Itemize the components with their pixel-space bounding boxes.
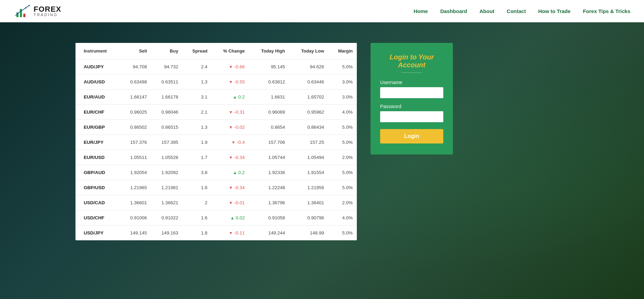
change-arrow-icon: ▼ [229,155,233,160]
cell-change: ▼ -0.4 [212,135,249,150]
col-spread: Spread [182,43,211,59]
change-arrow-icon: ▼ [229,231,233,235]
cell-instrument: USD/CHF [75,210,120,226]
cell-low: 1.05494 [289,150,328,165]
cell-buy: 1.36621 [151,195,182,210]
cell-high: 149.244 [249,226,289,241]
cell-margin: 5.0% [328,180,357,195]
change-arrow-icon: ▼ [229,110,233,115]
cell-buy: 1.92092 [151,165,182,180]
logo-forex-text: FOREX [34,5,61,13]
nav-how-to-trade[interactable]: How to Trade [538,8,571,14]
cell-change: ▼ -0.11 [212,226,249,241]
cell-instrument: USD/JPY [75,226,120,241]
col-sell: Sell [120,43,151,59]
col-low: Today Low [289,43,328,59]
nav-contact[interactable]: Contact [507,8,526,14]
cell-buy: 0.86515 [151,120,182,135]
table-row: AUD/JPY 94.708 94.732 2.4 ▼ -0.66 95.145… [75,59,357,74]
logo-text: FOREX TRADING [34,5,61,17]
cell-buy: 94.732 [151,59,182,74]
cell-change: ▼ -0.01 [212,195,249,210]
cell-margin: 4.0% [328,105,357,120]
cell-buy: 1.21981 [151,180,182,195]
cell-high: 157.706 [249,135,289,150]
cell-sell: 0.91006 [120,210,151,226]
cell-spread: 1.3 [182,74,211,90]
cell-high: 1.6631 [249,90,289,105]
change-value: -0.55 [234,79,245,84]
forex-table: Instrument Sell Buy Spread % Change Toda… [75,43,357,240]
cell-high: 1.05744 [249,150,289,165]
cell-change: ▲ 0.02 [212,210,249,226]
cell-margin: 5.0% [328,226,357,241]
cell-low: 148.99 [289,226,328,241]
cell-spread: 2.1 [182,105,211,120]
cell-high: 0.91058 [249,210,289,226]
change-arrow-icon: ▲ [233,170,237,175]
svg-point-5 [28,5,30,6]
change-value: -0.01 [234,200,245,205]
nav-about[interactable]: About [480,8,494,14]
change-arrow-icon: ▼ [229,65,233,69]
col-margin: Margin [328,43,357,59]
page-background: Instrument Sell Buy Spread % Change Toda… [0,22,644,299]
cell-low: 0.90796 [289,210,328,226]
cell-spread: 2.4 [182,59,211,74]
cell-sell: 1.21965 [120,180,151,195]
cell-buy: 0.96046 [151,105,182,120]
cell-spread: 1.6 [182,210,211,226]
col-instrument: Instrument [75,43,120,59]
cell-buy: 149.163 [151,226,182,241]
svg-rect-0 [14,3,31,20]
username-label: Username [380,80,443,85]
change-arrow-icon: ▲ [230,216,234,220]
login-button[interactable]: Login [380,129,443,143]
table-row: EUR/AUD 1.66147 1.66178 3.1 ▲ 0.2 1.6631… [75,90,357,105]
forex-table-card: Instrument Sell Buy Spread % Change Toda… [75,43,357,240]
cell-low: 1.65702 [289,90,328,105]
logo-trading-text: TRADING [34,13,61,17]
password-input[interactable] [380,111,443,122]
cell-spread: 1.9 [182,135,211,150]
cell-change: ▼ -0.55 [212,74,249,90]
cell-margin: 3.0% [328,74,357,90]
table-row: EUR/GBP 0.86502 0.86515 1.3 ▼ -0.02 0.86… [75,120,357,135]
change-arrow-icon: ▲ [233,95,237,100]
cell-high: 0.8654 [249,120,289,135]
table-header-row: Instrument Sell Buy Spread % Change Toda… [75,43,357,59]
cell-buy: 1.66178 [151,90,182,105]
logo-icon [14,3,31,20]
password-label: Password [380,104,443,109]
nav-dashboard[interactable]: Dashboard [440,8,467,14]
cell-sell: 94.708 [120,59,151,74]
cell-low: 157.25 [289,135,328,150]
login-card: Login to Your Account Username Password … [371,43,453,154]
table-row: AUD/USD 0.63498 0.63511 1.3 ▼ -0.55 0.63… [75,74,357,90]
cell-change: ▼ -0.34 [212,150,249,165]
cell-spread: 2 [182,195,211,210]
nav-tips[interactable]: Forex Tips & Tricks [583,8,630,14]
nav-home[interactable]: Home [413,8,428,14]
change-value: -0.34 [234,185,245,190]
table-row: EUR/JPY 157.376 157.395 1.9 ▼ -0.4 157.7… [75,135,357,150]
username-input[interactable] [380,87,443,98]
svg-rect-2 [20,9,22,17]
change-value: 0.2 [238,170,245,175]
cell-instrument: AUD/JPY [75,59,120,74]
change-arrow-icon: ▼ [231,140,235,145]
change-value: -0.11 [234,230,245,235]
cell-spread: 1.3 [182,120,211,135]
change-value: -0.02 [234,125,245,130]
col-high: Today High [249,43,289,59]
svg-point-4 [25,7,26,9]
cell-margin: 2.0% [328,195,357,210]
cell-margin: 5.0% [328,120,357,135]
cell-spread: 1.8 [182,226,211,241]
table-row: GBP/AUD 1.92054 1.92092 3.8 ▲ 0.2 1.9233… [75,165,357,180]
table-row: USD/CAD 1.36601 1.36621 2 ▼ -0.01 1.3679… [75,195,357,210]
table-row: USD/CHF 0.91006 0.91022 1.6 ▲ 0.02 0.910… [75,210,357,226]
change-value: 0.02 [236,215,245,220]
col-buy: Buy [151,43,182,59]
cell-buy: 0.63511 [151,74,182,90]
